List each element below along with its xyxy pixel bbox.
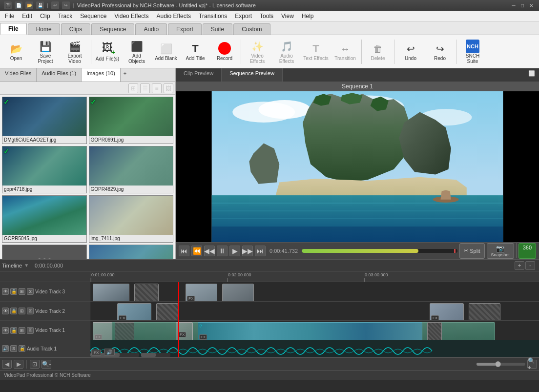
audio-speaker-btn[interactable]: 🔊: [104, 349, 115, 356]
media-item-6[interactable]: img_7411.jpg: [89, 195, 174, 243]
zoom-thumb[interactable]: [495, 361, 501, 367]
media-item-2[interactable]: ✓ GOPR0691.jpg: [89, 97, 174, 144]
clip-v2-1[interactable]: FX: [117, 303, 151, 321]
media-item-4[interactable]: GOPR4829.jpg: [89, 146, 174, 193]
menu-export[interactable]: Export: [231, 12, 256, 21]
track-eye-video3[interactable]: 👁: [2, 288, 9, 295]
track-eye-video2[interactable]: 👁: [2, 308, 9, 314]
preview-expand-btn[interactable]: ⬜: [524, 68, 539, 82]
save-project-button[interactable]: 💾 Save Project: [31, 37, 60, 67]
close-button[interactable]: ✕: [527, 2, 535, 9]
menu-edit[interactable]: Edit: [18, 12, 36, 21]
volume-bar[interactable]: [302, 249, 457, 253]
new-icon[interactable]: 📄: [15, 1, 22, 9]
track-group-video2[interactable]: ⊞: [19, 308, 25, 314]
timeline-dropdown-icon[interactable]: ▼: [24, 263, 29, 268]
open-icon[interactable]: 📂: [25, 1, 33, 9]
clip-v2-2[interactable]: [156, 303, 178, 321]
undo-title-icon[interactable]: ↩: [51, 1, 59, 9]
snch-suite-button[interactable]: NCH SNCH Suite: [458, 37, 487, 67]
add-files-button[interactable]: 🖼 + Add File(s): [93, 37, 122, 67]
clip-v3-4[interactable]: [222, 284, 254, 301]
media-thumb-btn[interactable]: 🖼: [164, 83, 173, 93]
menu-track[interactable]: Track: [54, 12, 77, 21]
menu-clip[interactable]: Clip: [36, 12, 54, 21]
tab-sequence[interactable]: Sequence: [91, 23, 134, 35]
menu-video-effects[interactable]: Video Effects: [110, 12, 152, 21]
delete-button[interactable]: 🗑 Delete: [364, 37, 392, 67]
track-content-audio1[interactable]: FX 🔊: [90, 340, 539, 357]
media-item-5[interactable]: GOPR5045.jpg: [2, 195, 87, 243]
prev-frame-button[interactable]: ⏪: [191, 246, 202, 256]
track-content-video3[interactable]: FX: [90, 282, 539, 301]
next-frame-button[interactable]: ▶▶: [242, 246, 253, 256]
timeline-zoom-out[interactable]: 🔍-: [41, 360, 51, 369]
tab-audio[interactable]: Audio: [135, 23, 167, 35]
open-button[interactable]: 📂 Open: [2, 37, 30, 67]
play-button[interactable]: ▶: [229, 246, 240, 256]
timeline-scroll-left[interactable]: ◀: [2, 360, 12, 369]
media-list-btn[interactable]: ☰: [140, 83, 150, 93]
clip-v1-end[interactable]: [427, 322, 442, 340]
track-group-video3[interactable]: ⊞: [19, 288, 25, 295]
media-item-3[interactable]: ✓ gopr4718.jpg: [2, 146, 87, 193]
track-lock-video3[interactable]: 🔒: [10, 288, 17, 295]
timeline-zoom-in-btn[interactable]: 🔍+: [527, 360, 537, 369]
media-item-8[interactable]: [89, 245, 174, 259]
media-tab-add[interactable]: +: [121, 68, 129, 82]
export-video-button[interactable]: 🎬 Export Video: [61, 37, 89, 67]
media-item-7[interactable]: 🖼: [2, 245, 87, 259]
text-effects-button[interactable]: T Text Effects: [302, 37, 330, 67]
clip-v3-2[interactable]: [134, 284, 159, 301]
media-tab-audio-files[interactable]: Audio Files (1): [37, 68, 82, 82]
timeline-zoom-fit[interactable]: ⊡: [30, 360, 40, 369]
rewind-button[interactable]: ◀◀: [204, 246, 215, 256]
tab-suite[interactable]: Suite: [203, 23, 232, 35]
record-button[interactable]: Record: [210, 37, 239, 67]
maximize-button[interactable]: □: [518, 2, 526, 9]
track-lock-audio1[interactable]: 🔒: [19, 345, 25, 352]
menu-sequence[interactable]: Sequence: [76, 12, 110, 21]
track-group-video1[interactable]: ⊞: [19, 327, 25, 334]
clip-v3-3[interactable]: FX: [186, 284, 217, 301]
tab-file[interactable]: File: [0, 23, 27, 35]
tab-export[interactable]: Export: [168, 23, 202, 35]
clip-v3-1[interactable]: [93, 284, 129, 301]
track-lock-video2[interactable]: 🔒: [10, 308, 17, 314]
menu-transitions[interactable]: Transitions: [195, 12, 231, 21]
timeline-scroll-right[interactable]: ▶: [14, 360, 23, 369]
audio-effects-button[interactable]: 🎵 Audio Effects: [272, 37, 301, 67]
clip-v1-ocean[interactable]: ⟨/ FX: [198, 322, 422, 340]
menu-view[interactable]: View: [277, 12, 298, 21]
menu-help[interactable]: Help: [298, 12, 318, 21]
tab-clip-preview[interactable]: Clip Preview: [176, 68, 222, 82]
btn-360[interactable]: 360: [518, 243, 536, 259]
zoom-out-btn[interactable]: -: [525, 261, 535, 270]
redo-title-icon[interactable]: ↪: [62, 1, 70, 9]
tab-custom[interactable]: Custom: [233, 23, 270, 35]
add-blank-button[interactable]: ⬜ Add Blank: [152, 37, 180, 67]
track-link-video2[interactable]: ⧖: [27, 308, 34, 314]
track-content-video2[interactable]: FX FX: [90, 302, 539, 321]
audio-pan-slider[interactable]: [141, 353, 170, 357]
track-link-video1[interactable]: ⧖: [27, 327, 34, 334]
audio-fx-btn[interactable]: FX: [91, 350, 101, 356]
media-tab-video-files[interactable]: Video Files: [0, 68, 37, 82]
track-mute-audio1[interactable]: 🔊: [2, 345, 9, 352]
minimize-button[interactable]: ─: [510, 2, 518, 9]
snapshot-button[interactable]: 📷 Snapshot: [487, 243, 514, 259]
menu-tools[interactable]: Tools: [256, 12, 277, 21]
transition-button[interactable]: ↔ Transition: [331, 37, 359, 67]
ruler-scale[interactable]: 0:01:00.000 0:02:00.000 0:03:00.000: [90, 271, 539, 282]
split-button[interactable]: ✂ Split: [459, 243, 484, 259]
track-link-video3[interactable]: ⧖: [27, 288, 34, 295]
menu-audio-effects[interactable]: Audio Effects: [153, 12, 195, 21]
skip-start-button[interactable]: ⏮: [179, 246, 189, 256]
clip-v2-4[interactable]: [469, 303, 500, 321]
media-item-1[interactable]: ✓ DMgt6CiUEAAO2ET.jpg: [2, 97, 87, 144]
track-solo-audio1[interactable]: S: [10, 345, 17, 352]
media-grid-btn[interactable]: ⊞: [128, 83, 138, 93]
save-icon[interactable]: 💾: [36, 1, 44, 9]
redo-button[interactable]: ↪ Redo: [426, 37, 454, 67]
zoom-in-btn[interactable]: +: [515, 261, 524, 270]
